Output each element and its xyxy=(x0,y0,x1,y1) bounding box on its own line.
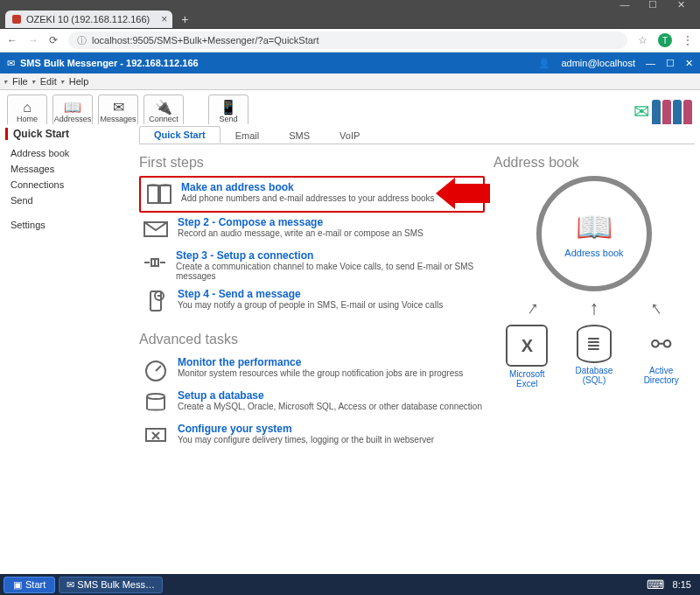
sidebar: Quick Start Address book Messages Connec… xyxy=(0,124,134,574)
step-title: Make an address book xyxy=(181,181,435,193)
keyboard-icon[interactable]: ⌨ xyxy=(647,578,664,592)
step-send-message[interactable]: Step 4 - Send a messageYou may notify a … xyxy=(139,284,485,318)
app-maximize[interactable]: ☐ xyxy=(666,58,675,69)
clock: 8:15 xyxy=(673,579,691,590)
address-bar[interactable]: ⓘ localhost:9505/SMS+Bulk+Messenger/?a=Q… xyxy=(68,32,627,49)
chevron-down-icon: ▾ xyxy=(60,78,64,86)
source-label: Microsoft Excel xyxy=(500,369,553,388)
close-icon[interactable]: × xyxy=(161,13,167,25)
start-icon: ▣ xyxy=(13,579,22,591)
source-excel[interactable]: X Microsoft Excel xyxy=(500,325,553,388)
tab-voip[interactable]: VoIP xyxy=(325,127,374,144)
adv-title: Setup a database xyxy=(178,389,482,402)
back-button[interactable]: ← xyxy=(7,34,18,46)
step-title: Step 4 - Send a message xyxy=(178,288,443,300)
reload-button[interactable]: ⟳ xyxy=(49,34,58,46)
section-first-steps: First steps xyxy=(139,155,485,171)
adv-title: Monitor the performance xyxy=(178,356,463,368)
adv-database[interactable]: Setup a databaseCreate a MySQL, Oracle, … xyxy=(139,386,485,419)
section-advanced: Advanced tasks xyxy=(139,332,485,347)
svg-point-4 xyxy=(147,394,164,399)
database-icon: ≣ xyxy=(577,325,612,363)
tools-icon xyxy=(142,424,170,448)
book-icon xyxy=(145,182,173,206)
url-text: localhost:9505/SMS+Bulk+Messenger/?a=Qui… xyxy=(92,35,319,46)
app-minimize[interactable]: — xyxy=(646,58,655,68)
sidebar-item-connections[interactable]: Connections xyxy=(5,177,128,192)
browser-menu-icon[interactable]: ⋮ xyxy=(682,34,693,46)
red-arrow-callout xyxy=(436,178,490,209)
source-label: Database (SQL) xyxy=(568,366,620,385)
section-address-book: Address book xyxy=(494,155,695,171)
step-title: Step 2 - Compose a message xyxy=(178,216,424,228)
taskbar-item[interactable]: ✉ SMS Bulk Mess… xyxy=(59,577,163,593)
start-button[interactable]: ▣Start xyxy=(4,577,55,593)
adv-desc: You may configure delivery times, loggin… xyxy=(178,435,434,444)
menu-file[interactable]: File xyxy=(12,76,28,87)
adv-configure[interactable]: Configure your systemYou may configure d… xyxy=(139,419,485,452)
phone-icon: 📱 xyxy=(220,101,237,115)
menu-edit[interactable]: Edit xyxy=(40,76,57,87)
adv-monitor[interactable]: Monitor the performanceMonitor system re… xyxy=(139,353,485,386)
phone-message-icon xyxy=(142,289,170,313)
site-info-icon[interactable]: ⓘ xyxy=(77,34,87,47)
address-book-circle[interactable]: 📖 Address book xyxy=(536,176,652,291)
step-desc: Record an audio message, write an e-mail… xyxy=(178,228,424,238)
sidebar-item-messages[interactable]: Messages xyxy=(5,161,128,177)
adv-desc: Monitor system resources while the group… xyxy=(178,368,463,378)
window-close[interactable]: ✕ xyxy=(667,0,695,9)
messages-label: Messages xyxy=(100,115,136,123)
chevron-down-icon: ▾ xyxy=(4,78,7,86)
sidebar-item-settings[interactable]: Settings xyxy=(5,217,128,233)
task-icon: ✉ xyxy=(66,579,77,590)
plug-icon: 🔌 xyxy=(155,101,172,115)
profile-avatar[interactable]: T xyxy=(658,33,672,47)
header-graphic: ✉ xyxy=(634,100,693,124)
favicon xyxy=(12,15,21,24)
bookmark-icon[interactable]: ☆ xyxy=(638,34,648,46)
envelope-icon xyxy=(142,217,170,242)
excel-icon: X xyxy=(506,325,548,367)
addresses-icon: 📖 xyxy=(64,101,81,115)
connection-icon xyxy=(141,250,169,275)
browser-tab[interactable]: OZEKI 10 (192.168.112.166) × xyxy=(5,10,172,28)
tab-quick-start[interactable]: Quick Start xyxy=(139,126,220,144)
book-icon: 📖 xyxy=(576,209,612,244)
window-maximize[interactable]: ☐ xyxy=(639,0,667,9)
sidebar-item-send[interactable]: Send xyxy=(5,192,128,208)
chevron-down-icon: ▾ xyxy=(32,78,35,86)
adv-title: Configure your system xyxy=(178,423,434,435)
tab-title: OZEKI 10 (192.168.112.166) xyxy=(26,14,150,24)
app-icon: ✉ xyxy=(7,58,15,69)
mail-burst-icon: ✉ xyxy=(634,101,649,123)
source-label: Active Directory xyxy=(635,366,688,385)
window-minimize[interactable]: — xyxy=(611,0,639,9)
new-tab-button[interactable]: + xyxy=(181,10,188,28)
sidebar-header: Quick Start xyxy=(5,128,128,140)
main-tabs: Quick Start Email SMS VoIP xyxy=(139,124,695,144)
source-active-directory[interactable]: ⚯ Active Directory xyxy=(635,325,688,388)
forward-button[interactable]: → xyxy=(28,34,38,46)
step-desc: Add phone numbers and e-mail addresses t… xyxy=(181,193,435,203)
app-title-bar: ✉ SMS Bulk Messenger - 192.168.112.166 👤… xyxy=(0,52,700,74)
tab-sms[interactable]: SMS xyxy=(274,127,325,144)
sidebar-item-address-book[interactable]: Address book xyxy=(5,145,128,161)
step-desc: You may notify a group of people in SMS,… xyxy=(178,300,443,310)
taskbar: ▣Start ✉ SMS Bulk Mess… ⌨ 8:15 xyxy=(0,574,700,595)
step-setup-connection[interactable]: Step 3 - Setup a connectionCreate a comm… xyxy=(139,246,485,284)
source-database[interactable]: ≣ Database (SQL) xyxy=(568,325,620,388)
send-label: Send xyxy=(219,115,237,123)
app-title: SMS Bulk Messenger - 192.168.112.166 xyxy=(20,58,199,68)
menu-help[interactable]: Help xyxy=(69,76,89,87)
envelope-icon: ✉ xyxy=(113,101,124,115)
user-label[interactable]: admin@localhost xyxy=(561,58,635,68)
arrows-up: ↑↑↑ xyxy=(502,297,686,319)
tab-email[interactable]: Email xyxy=(220,127,275,144)
step-title: Step 3 - Setup a connection xyxy=(176,249,483,262)
addresses-label: Addresses xyxy=(54,115,92,123)
app-close[interactable]: ✕ xyxy=(685,58,693,69)
step-make-address-book[interactable]: Make an address bookAdd phone numbers an… xyxy=(139,176,485,213)
directory-icon: ⚯ xyxy=(642,325,681,363)
step-compose-message[interactable]: Step 2 - Compose a messageRecord an audi… xyxy=(139,213,485,246)
step-desc: Create a communication channel to make V… xyxy=(176,262,483,281)
